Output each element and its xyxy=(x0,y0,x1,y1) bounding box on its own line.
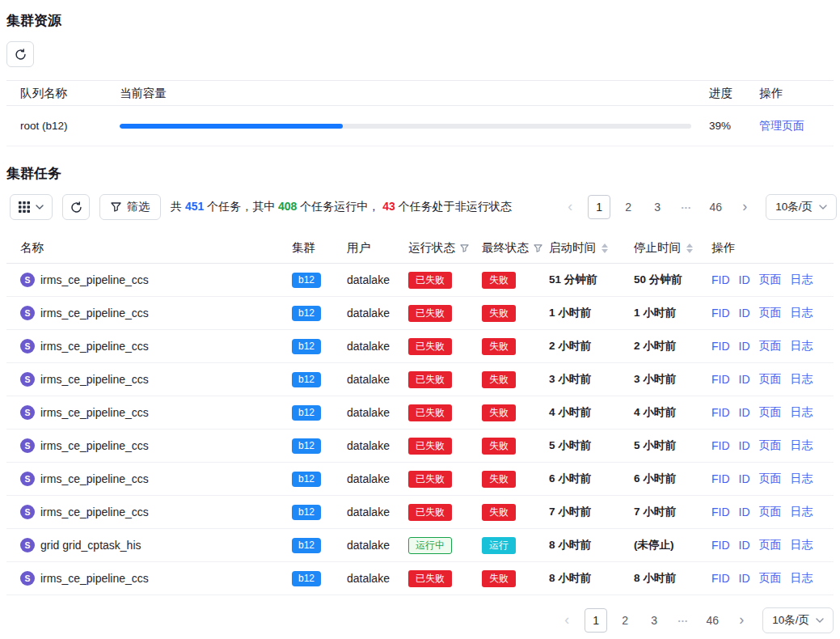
manage-page-link[interactable]: 管理页面 xyxy=(759,119,804,132)
id-link[interactable]: ID xyxy=(739,406,750,419)
log-link[interactable]: 日志 xyxy=(791,505,813,519)
start-time: 8 小时前 xyxy=(549,571,634,586)
fid-link[interactable]: FID xyxy=(711,307,730,320)
cluster-badge: b12 xyxy=(292,372,321,387)
avatar: S xyxy=(20,273,35,287)
bottom-pagination: ‹ 1 2 3 ••• 46 › xyxy=(555,608,753,633)
log-link[interactable]: 日志 xyxy=(791,306,813,320)
prev-page-button[interactable]: ‹ xyxy=(559,195,581,219)
log-link[interactable]: 日志 xyxy=(791,571,813,586)
fid-link[interactable]: FID xyxy=(711,406,730,419)
page-ellipsis[interactable]: ••• xyxy=(672,608,694,633)
task-name: irms_ce_pipeline_ccs xyxy=(40,273,149,286)
page-size-select[interactable]: 10条/页 xyxy=(766,194,837,220)
capacity-progress-fill xyxy=(120,124,343,129)
view-switch-button[interactable] xyxy=(10,194,53,220)
table-row: S irms_ce_pipeline_ccs b12 datalake 已失败 … xyxy=(6,297,834,330)
start-time: 4 小时前 xyxy=(549,405,634,420)
id-link[interactable]: ID xyxy=(739,506,750,518)
page-button-2[interactable]: 2 xyxy=(617,195,639,219)
avatar: S xyxy=(20,339,35,353)
col-progress: 进度 xyxy=(709,86,759,101)
id-link[interactable]: ID xyxy=(739,273,750,286)
task-name: irms_ce_pipeline_ccs xyxy=(40,406,149,419)
id-link[interactable]: ID xyxy=(739,572,750,585)
start-time-sort-icon[interactable] xyxy=(602,243,608,253)
log-link[interactable]: 日志 xyxy=(791,372,813,387)
page-button-3[interactable]: 3 xyxy=(643,608,665,633)
id-link[interactable]: ID xyxy=(739,472,750,485)
id-link[interactable]: ID xyxy=(739,307,750,320)
task-name: irms_ce_pipeline_ccs xyxy=(40,439,149,452)
task-user: datalake xyxy=(347,273,408,286)
tasks-table-header: 名称 集群 用户 运行状态 最终状态 启动时间 停止时间 操作 xyxy=(6,233,834,264)
fid-link[interactable]: FID xyxy=(711,273,730,286)
filter-button[interactable]: 筛选 xyxy=(99,194,161,220)
next-page-button[interactable]: › xyxy=(733,195,756,219)
run-status-badge: 已失败 xyxy=(408,272,452,289)
page-button-1[interactable]: 1 xyxy=(588,195,610,219)
page-link[interactable]: 页面 xyxy=(759,306,782,320)
page-link[interactable]: 页面 xyxy=(759,372,782,387)
log-link[interactable]: 日志 xyxy=(791,339,813,353)
final-status-badge: 失败 xyxy=(482,371,516,388)
page-size-select[interactable]: 10条/页 xyxy=(762,607,834,633)
final-status-filter-icon[interactable] xyxy=(534,244,542,252)
page-link[interactable]: 页面 xyxy=(759,538,782,552)
log-link[interactable]: 日志 xyxy=(791,438,813,453)
log-link[interactable]: 日志 xyxy=(791,538,813,552)
fid-link[interactable]: FID xyxy=(711,373,730,386)
resources-refresh-button[interactable] xyxy=(6,41,34,67)
chevron-down-icon xyxy=(816,618,824,623)
page-ellipsis[interactable]: ••• xyxy=(675,195,698,219)
running-task-count: 408 xyxy=(278,200,297,213)
stop-time: 7 小时前 xyxy=(634,505,711,519)
fid-link[interactable]: FID xyxy=(711,472,730,485)
next-page-button[interactable]: › xyxy=(730,608,753,633)
page-link[interactable]: 页面 xyxy=(759,438,782,453)
tasks-table: 名称 集群 用户 运行状态 最终状态 启动时间 停止时间 操作 xyxy=(6,233,834,595)
start-time: 7 小时前 xyxy=(549,505,634,519)
fid-link[interactable]: FID xyxy=(711,340,730,353)
queue-name: root (b12) xyxy=(20,120,120,132)
page-link[interactable]: 页面 xyxy=(759,339,782,353)
prev-page-button[interactable]: ‹ xyxy=(555,608,578,633)
fid-link[interactable]: FID xyxy=(711,439,730,452)
id-link[interactable]: ID xyxy=(739,539,750,552)
task-user: datalake xyxy=(347,472,408,485)
run-status-filter-icon[interactable] xyxy=(460,244,469,252)
stop-time: 6 小时前 xyxy=(634,472,711,486)
stop-time: 2 小时前 xyxy=(634,339,711,353)
stop-time-sort-icon[interactable] xyxy=(686,243,693,253)
id-link[interactable]: ID xyxy=(739,340,750,353)
fid-link[interactable]: FID xyxy=(711,539,730,552)
page-button-1[interactable]: 1 xyxy=(585,608,607,633)
tasks-refresh-button[interactable] xyxy=(62,194,90,220)
col-action: 操作 xyxy=(711,240,735,256)
page-link[interactable]: 页面 xyxy=(759,505,782,519)
id-link[interactable]: ID xyxy=(739,373,750,386)
log-link[interactable]: 日志 xyxy=(791,273,813,287)
page-button-46[interactable]: 46 xyxy=(701,608,724,633)
table-row: S grid grid_cptask_his b12 datalake 运行中 … xyxy=(6,529,834,562)
page-link[interactable]: 页面 xyxy=(759,472,782,486)
col-user: 用户 xyxy=(347,240,370,256)
page-link[interactable]: 页面 xyxy=(759,571,782,586)
stop-time: 1 小时前 xyxy=(634,306,711,320)
page-link[interactable]: 页面 xyxy=(759,273,782,287)
page-button-2[interactable]: 2 xyxy=(614,608,636,633)
final-status-badge: 失败 xyxy=(482,305,516,322)
log-link[interactable]: 日志 xyxy=(791,405,813,420)
page-button-3[interactable]: 3 xyxy=(646,195,669,219)
page-link[interactable]: 页面 xyxy=(759,405,782,420)
id-link[interactable]: ID xyxy=(739,439,750,452)
fid-link[interactable]: FID xyxy=(711,506,730,518)
start-time: 51 分钟前 xyxy=(549,273,634,287)
tasks-summary: 共 451 个任务，其中 408 个任务运行中， 43 个任务处于非运行状态 xyxy=(171,200,512,214)
run-status-badge: 已失败 xyxy=(408,438,452,455)
page-button-46[interactable]: 46 xyxy=(704,195,727,219)
start-time: 3 小时前 xyxy=(549,372,634,387)
fid-link[interactable]: FID xyxy=(711,572,730,585)
tasks-table-body: S irms_ce_pipeline_ccs b12 datalake 已失败 … xyxy=(6,264,834,595)
log-link[interactable]: 日志 xyxy=(791,472,813,486)
